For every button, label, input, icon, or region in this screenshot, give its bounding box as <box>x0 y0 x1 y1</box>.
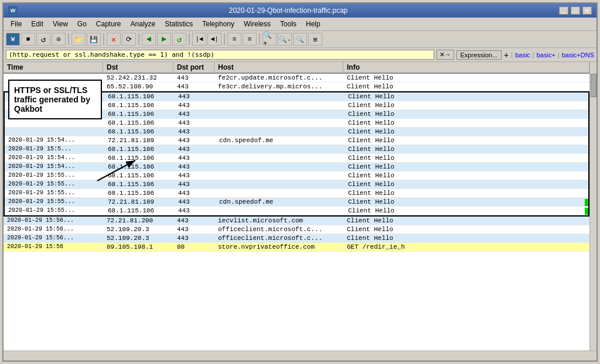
table-row[interactable]: 2020-01-29 15:56... 52.109.20.3 443 offi… <box>4 234 589 243</box>
cell-host: officeclient.microsoft.c... <box>214 225 343 233</box>
cell-time: 2020-01-29 15:56... <box>4 225 103 233</box>
table-row[interactable]: 2020-01-29 15:55... 68.1.115.106 443 Cli… <box>5 180 588 189</box>
table-row[interactable]: 2020-01-29 15:54... 68.1.115.106 443 Cli… <box>5 154 588 163</box>
close-capture-btn[interactable]: ✕ <box>107 33 121 46</box>
filter-container <box>6 50 434 60</box>
table-row[interactable]: 2020-01-29 15:54... 68.1.115.106 443 Cli… <box>5 163 588 171</box>
cell-dstport: 443 <box>173 234 214 242</box>
cell-info: Client Hello <box>345 198 588 206</box>
table-row[interactable]: 68.1.115.106 443 Client Hello <box>5 119 588 128</box>
cell-dst: 68.1.115.106 <box>104 92 175 101</box>
cell-info: Client Hello <box>345 180 588 188</box>
close-button[interactable]: ✕ <box>582 6 592 15</box>
maximize-button[interactable]: □ <box>571 6 580 15</box>
cell-host: store.nvprivateoffice.com <box>214 243 343 251</box>
cell-dstport: 443 <box>175 198 216 206</box>
table-row[interactable]: 2020-01-29 15:56... 72.21.81.200 443 iec… <box>4 217 589 225</box>
cell-host: iecvlist.microsoft.com <box>214 217 343 225</box>
filter-input[interactable] <box>9 51 431 59</box>
menu-analyze[interactable]: Analyze <box>126 19 161 29</box>
cell-time: 2020-01-29 15:54... <box>5 154 104 162</box>
header-dst[interactable]: Dst <box>103 62 173 73</box>
menu-edit[interactable]: Edit <box>26 19 48 29</box>
table-row[interactable]: 68.1.115.106 443 Client Hello <box>5 128 588 136</box>
green-marker-2 <box>585 208 588 215</box>
cell-host: officeclient.microsoft.c... <box>214 234 343 242</box>
stop-btn[interactable]: ■ <box>21 33 35 46</box>
menu-capture[interactable]: Capture <box>91 19 126 29</box>
cell-time <box>5 128 104 136</box>
cell-dst: 68.1.115.106 <box>104 119 175 127</box>
cell-info: Client Hello <box>345 163 588 171</box>
cell-dst: 72.21.81.189 <box>104 136 175 145</box>
go-btn[interactable]: ↺ <box>172 33 186 46</box>
header-dst-port[interactable]: Dst port <box>173 62 214 73</box>
cols-btn[interactable]: ⊞ <box>308 33 322 46</box>
table-row[interactable]: 2020-01-29 15:56... 52.109.20.3 443 offi… <box>4 225 589 234</box>
zoom-in-btn[interactable]: 🔍+ <box>262 33 277 46</box>
refresh-btn[interactable]: ⟳ <box>122 33 136 46</box>
cell-dst: 52.109.20.3 <box>103 234 173 242</box>
status-bar <box>4 351 596 360</box>
cell-time: 2020-01-29 15:55... <box>5 180 104 188</box>
menu-telephony[interactable]: Telephony <box>197 19 239 29</box>
menu-help[interactable]: Help <box>301 19 325 29</box>
save-btn[interactable]: 💾 <box>87 33 101 46</box>
filter-basic-dns-link[interactable]: basic+DNS <box>562 51 594 59</box>
list2-btn[interactable]: ≡ <box>243 33 257 46</box>
header-info[interactable]: Info <box>343 62 589 73</box>
cell-dst: 52.242.231.32 <box>103 74 173 82</box>
zoom-normal-btn[interactable]: 🔍 <box>293 33 307 46</box>
cell-time <box>5 119 104 127</box>
menu-tools[interactable]: Tools <box>275 19 301 29</box>
cell-info: Client Hello <box>345 145 588 153</box>
settings-btn[interactable]: ⊙ <box>52 33 66 46</box>
table-row[interactable]: 2020-01-29 15:56 89.105.198.1 80 store.n… <box>4 243 589 252</box>
cell-dstport: 443 <box>175 189 216 197</box>
cell-dstport: 443 <box>175 101 216 109</box>
separator-5 <box>224 33 225 45</box>
filter-dropdown[interactable]: ✕→ <box>437 50 454 60</box>
menu-statistics[interactable]: Statistics <box>160 19 197 29</box>
cell-dstport: 443 <box>175 119 216 127</box>
cell-info: Client Hello <box>345 101 588 109</box>
filter-basic-link[interactable]: basic <box>515 51 530 59</box>
table-row[interactable]: 2020-01-29 15:55... 72.21.81.189 443 cdn… <box>5 198 588 207</box>
cell-host <box>216 128 345 136</box>
cell-dstport: 443 <box>175 92 216 101</box>
vertical-scrollbar[interactable] <box>589 62 596 351</box>
menu-view[interactable]: View <box>48 19 73 29</box>
first-btn[interactable]: |◄ <box>192 33 206 46</box>
filter-divider-2: | <box>533 51 534 59</box>
wireshark-icon-btn[interactable]: W <box>6 33 20 46</box>
cell-dstport: 443 <box>173 83 214 91</box>
table-row[interactable]: 2020-01-29 15:54... 72.21.81.189 443 cdn… <box>5 136 588 145</box>
header-host[interactable]: Host <box>214 62 343 73</box>
prev-btn[interactable]: ◄| <box>207 33 221 46</box>
table-row[interactable]: 2020-01-29 15:5... 68.1.115.106 443 Clie… <box>5 145 588 154</box>
expression-button[interactable]: Expression... <box>456 50 502 60</box>
minimize-button[interactable]: _ <box>559 6 568 15</box>
annotation-text: HTTPS or SSL/TLS traffic generated by Qa… <box>14 85 90 114</box>
zoom-out-btn[interactable]: 🔍- <box>278 33 292 46</box>
cell-host <box>216 101 345 109</box>
cell-info: Client Hello <box>345 119 588 127</box>
annotation-box: HTTPS or SSL/TLS traffic generated by Qa… <box>8 80 102 119</box>
filter-plus[interactable]: + <box>504 50 509 60</box>
menu-wireless[interactable]: Wireless <box>239 19 275 29</box>
open-btn[interactable]: 📁 <box>71 33 86 46</box>
forward-btn[interactable]: ► <box>157 33 171 46</box>
list-btn[interactable]: ≡ <box>227 33 241 46</box>
header-time[interactable]: Time <box>4 62 103 73</box>
reload-btn[interactable]: ↺ <box>36 33 50 46</box>
menu-file[interactable]: File <box>6 19 26 29</box>
filter-basic-plus-link[interactable]: basic+ <box>537 51 555 59</box>
scrollbar-thumb[interactable] <box>591 74 596 97</box>
packet-table-container: HTTPS or SSL/TLS traffic generated by Qa… <box>4 62 596 351</box>
back-btn[interactable]: ◄ <box>142 33 156 46</box>
cell-dst: 68.1.115.106 <box>104 128 175 136</box>
table-row[interactable]: 2020-01-29 15:55... 68.1.115.106 443 Cli… <box>5 207 588 215</box>
menu-go[interactable]: Go <box>73 19 91 29</box>
table-row[interactable]: 2020-01-29 15:55... 68.1.115.106 443 Cli… <box>5 189 588 198</box>
table-row[interactable]: 2020-01-29 15:55... 68.1.115.106 443 Cli… <box>5 171 588 180</box>
